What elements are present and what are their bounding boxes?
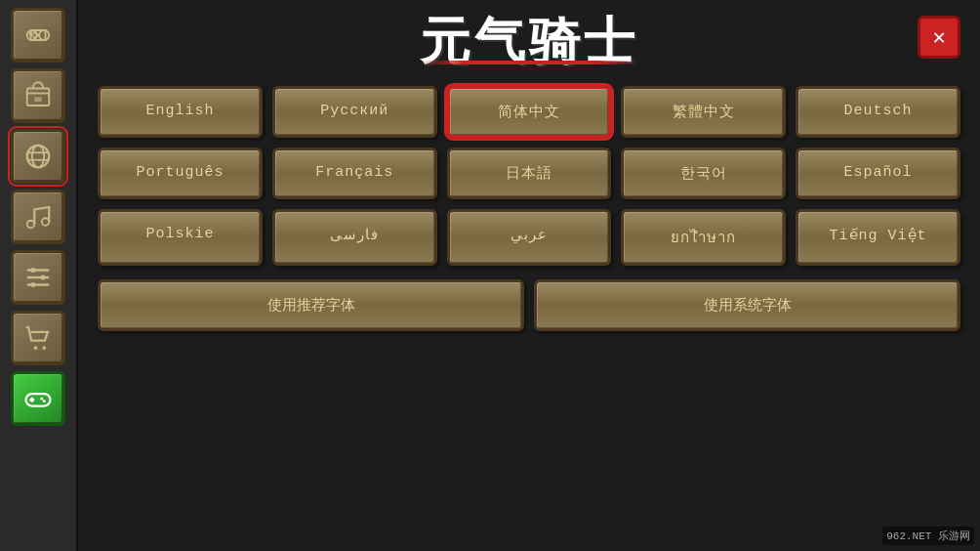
- game-title: 元气骑士: [420, 16, 638, 66]
- lang-btn-japanese[interactable]: 日本語: [447, 148, 612, 199]
- sidebar-item-settings[interactable]: [11, 250, 65, 305]
- lang-btn-farsi[interactable]: فارسی: [272, 209, 437, 266]
- title-area: 元气骑士 ✕: [98, 16, 960, 66]
- svg-point-24: [40, 398, 43, 401]
- lang-btn-thai[interactable]: ยกไำษาก: [621, 209, 786, 266]
- sidebar-item-gamepad[interactable]: [11, 8, 65, 63]
- sidebar-item-music[interactable]: [11, 190, 65, 244]
- shop-icon: [23, 81, 53, 110]
- settings-icon: [23, 263, 53, 292]
- lang-btn-arabic[interactable]: عربي: [447, 209, 612, 266]
- lang-btn-traditional-chinese[interactable]: 繁體中文: [621, 86, 786, 138]
- svg-point-2: [39, 30, 49, 40]
- lang-btn-deutsch[interactable]: Deutsch: [796, 86, 960, 138]
- lang-btn-simplified-chinese[interactable]: 简体中文: [447, 86, 612, 138]
- lang-btn-portuguese[interactable]: Português: [98, 148, 263, 199]
- music-icon: [23, 202, 53, 232]
- svg-point-25: [43, 400, 46, 403]
- lang-btn-french[interactable]: Français: [272, 148, 437, 199]
- sidebar-item-shop[interactable]: [11, 68, 65, 123]
- watermark: 962.NET 乐游网: [882, 527, 974, 545]
- svg-point-18: [31, 282, 36, 287]
- gamepad-icon: [23, 21, 53, 50]
- main-content: 元气骑士 ✕ EnglishРусский简体中文繁體中文DeutschPort…: [78, 0, 980, 551]
- svg-point-17: [41, 276, 46, 280]
- svg-point-4: [33, 36, 36, 39]
- svg-point-10: [27, 146, 50, 168]
- sidebar-item-cart[interactable]: [11, 311, 65, 365]
- sidebar-item-controller[interactable]: [11, 371, 65, 426]
- svg-point-16: [31, 268, 36, 273]
- font-options: 使用推荐字体使用系统字体: [98, 279, 960, 331]
- svg-point-6: [35, 34, 38, 37]
- lang-btn-spanish[interactable]: Español: [796, 148, 960, 199]
- font-btn-recommended-font[interactable]: 使用推荐字体: [98, 279, 524, 331]
- svg-point-20: [42, 346, 46, 350]
- svg-point-11: [32, 146, 45, 168]
- main-container: 元气骑士 ✕ EnglishРусский简体中文繁體中文DeutschPort…: [0, 0, 980, 551]
- svg-rect-9: [34, 97, 42, 102]
- font-btn-system-font[interactable]: 使用系统字体: [534, 279, 960, 331]
- svg-point-19: [34, 346, 38, 350]
- controller-icon: [23, 384, 53, 413]
- sidebar: [0, 0, 78, 551]
- cart-icon: [23, 323, 53, 353]
- sidebar-item-globe[interactable]: [11, 129, 65, 184]
- globe-icon: [23, 142, 53, 171]
- lang-btn-vietnamese[interactable]: Tiếng Việt: [796, 209, 960, 266]
- svg-point-3: [33, 31, 36, 34]
- lang-btn-polish[interactable]: Polskie: [98, 209, 263, 266]
- close-button[interactable]: ✕: [918, 16, 960, 59]
- lang-btn-korean[interactable]: 한국어: [621, 148, 786, 199]
- language-grid: EnglishРусский简体中文繁體中文DeutschPortuguêsFr…: [98, 86, 960, 266]
- lang-btn-russian[interactable]: Русский: [272, 86, 437, 138]
- lang-btn-english[interactable]: English: [98, 86, 263, 138]
- svg-point-5: [30, 34, 33, 37]
